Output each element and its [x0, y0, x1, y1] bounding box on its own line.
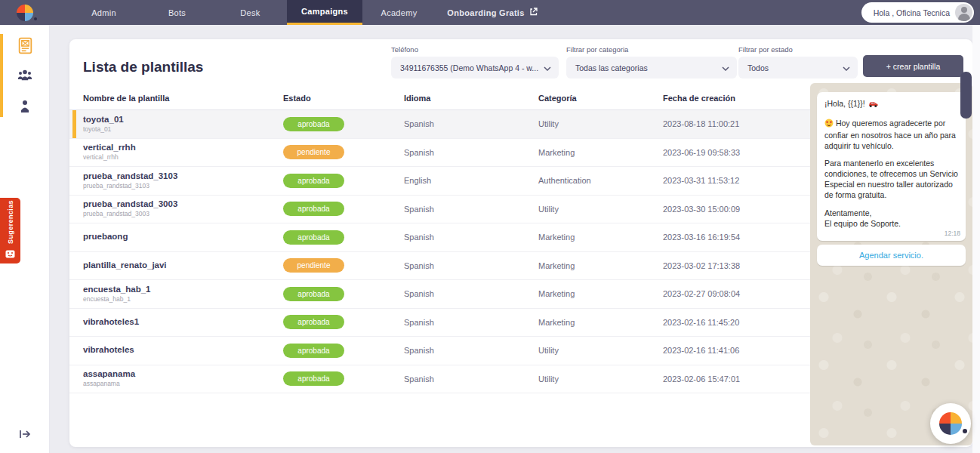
templates-icon [17, 37, 34, 57]
col-header-category: Categoría [538, 94, 663, 103]
vertical-scrollbar-thumb[interactable] [960, 72, 972, 119]
template-category: Marketing [538, 318, 663, 327]
heart-eyes-emoji-icon [824, 119, 834, 131]
template-category: Marketing [538, 233, 663, 242]
template-created: 2023-02-16 11:45:20 [663, 318, 813, 327]
status-badge: aprobada [283, 344, 344, 358]
feedback-face-icon [5, 248, 15, 261]
status-badge: aprobada [283, 315, 344, 329]
template-created: 2023-03-16 16:19:54 [663, 233, 813, 242]
table-row[interactable]: pruebaong aprobada Spanish Marketing 202… [69, 223, 813, 252]
chevron-down-icon [544, 63, 551, 72]
table-header-row: Nombre de la plantilla Estado Idioma Cat… [69, 86, 813, 110]
status-select[interactable]: Todos [738, 57, 858, 79]
table-row[interactable]: prueba_randstad_3003 prueba_randstad_300… [69, 196, 813, 224]
status-badge: aprobada [283, 174, 344, 188]
phone-filter-label: Teléfono [391, 45, 559, 54]
templates-table: Nombre de la plantilla Estado Idioma Cat… [69, 86, 813, 393]
template-subname: prueba_randstad_3103 [83, 182, 283, 190]
sidebar-item-profile[interactable] [0, 95, 50, 121]
template-category: Marketing [538, 289, 663, 298]
template-name: vibrahoteles1 [83, 317, 283, 328]
template-subname: assapanama [83, 380, 283, 388]
table-row[interactable]: encuesta_hab_1 encuesta_hab_1 aprobada S… [69, 280, 813, 309]
col-header-status: Estado [283, 94, 404, 103]
car-emoji-icon [868, 100, 878, 111]
sidebar-expand-button[interactable] [0, 424, 50, 447]
category-select-value: Todas las categorias [575, 63, 648, 72]
nav-item-onboarding-label: Onboarding Gratis [447, 8, 524, 17]
template-language: Spanish [404, 318, 538, 327]
category-filter: Filtrar por categoria Todas las categori… [566, 45, 737, 79]
nav-item-academy[interactable]: Academy [362, 0, 436, 25]
template-created: 2023-06-19 09:58:33 [663, 148, 813, 157]
template-subname: toyota_01 [83, 125, 283, 134]
user-menu[interactable]: Hola , Oficina Tecnica [861, 2, 974, 23]
template-created: 2023-03-31 11:53:12 [663, 176, 813, 185]
template-language: Spanish [404, 261, 538, 270]
floating-brand-button[interactable] [930, 403, 971, 444]
table-row[interactable]: vibrahoteles aprobada Spanish Utility 20… [69, 337, 813, 365]
template-category: Marketing [538, 261, 663, 270]
template-category: Utility [538, 119, 663, 128]
template-language: Spanish [404, 289, 538, 298]
status-badge: pendiente [283, 145, 344, 159]
nav-item-admin[interactable]: Admin [67, 0, 140, 25]
status-badge: aprobada [283, 230, 344, 245]
template-created: 2023-02-06 15:47:01 [663, 374, 813, 384]
create-template-button[interactable]: + crear plantilla [863, 55, 963, 77]
template-name: plantilla_renato_javi [83, 260, 283, 271]
template-name: vibrahoteles [83, 345, 283, 356]
message-closing: Atentamente, El equipo de Soporte. [824, 208, 958, 230]
template-category: Utility [538, 346, 663, 355]
template-name: toyota_01 [83, 115, 283, 125]
template-language: Spanish [404, 346, 538, 355]
main-nav: Admin Bots Desk Campaigns Academy Onboar… [67, 0, 549, 25]
col-header-language: Idioma [404, 94, 538, 103]
right-edge-strip [972, 25, 980, 453]
status-select-value: Todos [747, 63, 769, 72]
template-category: Utility [538, 205, 663, 214]
sidebar-item-templates[interactable] [0, 34, 50, 60]
table-row[interactable]: prueba_randstad_3103 prueba_randstad_310… [69, 167, 813, 196]
page-title: Lista de plantillas [83, 59, 203, 76]
template-category: Utility [538, 374, 663, 384]
template-name: vertical_rrhh [83, 143, 283, 153]
table-row[interactable]: plantilla_renato_javi pendiente Spanish … [69, 252, 813, 281]
brand-logo-icon[interactable] [17, 5, 33, 21]
nav-item-bots[interactable]: Bots [140, 0, 214, 25]
phone-select[interactable]: 34911676355 (Demo WhatsApp 4 - w... [391, 57, 559, 79]
table-row[interactable]: vertical_rrhh vertical_rrhh pendiente Sp… [69, 139, 813, 168]
status-badge: aprobada [283, 287, 344, 301]
contacts-group-icon [16, 67, 34, 87]
user-avatar [955, 4, 972, 21]
whatsapp-action-button[interactable]: Agendar servicio. [817, 245, 966, 266]
external-link-icon [529, 8, 538, 17]
template-category: Marketing [538, 148, 663, 157]
template-language: Spanish [404, 233, 538, 242]
table-row[interactable]: vibrahoteles1 aprobada Spanish Marketing… [69, 309, 813, 337]
table-row[interactable]: toyota_01 toyota_01 aprobada Spanish Uti… [69, 110, 813, 139]
template-language: Spanish [404, 205, 538, 214]
suggestions-tab[interactable]: Sugerencias [0, 198, 20, 263]
suggestions-tab-label: Sugerencias [7, 200, 14, 244]
nav-item-campaigns[interactable]: Campaigns [287, 0, 362, 25]
category-select[interactable]: Todas las categorias [566, 57, 737, 79]
person-icon [17, 98, 32, 118]
chevron-down-icon [722, 63, 729, 72]
template-language: Spanish [404, 119, 538, 128]
phone-filter: Teléfono 34911676355 (Demo WhatsApp 4 - … [391, 45, 559, 79]
table-body: toyota_01 toyota_01 aprobada Spanish Uti… [69, 110, 813, 393]
brand-logo-icon [939, 412, 962, 435]
template-created: 2023-02-16 11:41:06 [663, 346, 813, 355]
template-category: Authentication [538, 176, 663, 185]
status-filter: Filtrar por estado Todos [738, 45, 858, 79]
table-row[interactable]: assapanama assapanama aprobada Spanish U… [69, 365, 813, 394]
template-subname: prueba_randstad_3003 [83, 210, 283, 218]
expand-sidebar-icon [18, 429, 32, 442]
nav-item-onboarding[interactable]: Onboarding Gratis [436, 0, 549, 25]
nav-item-desk[interactable]: Desk [214, 0, 287, 25]
sidebar-item-contacts[interactable] [0, 64, 50, 90]
template-name: pruebaong [83, 232, 283, 242]
status-badge: aprobada [283, 371, 344, 386]
